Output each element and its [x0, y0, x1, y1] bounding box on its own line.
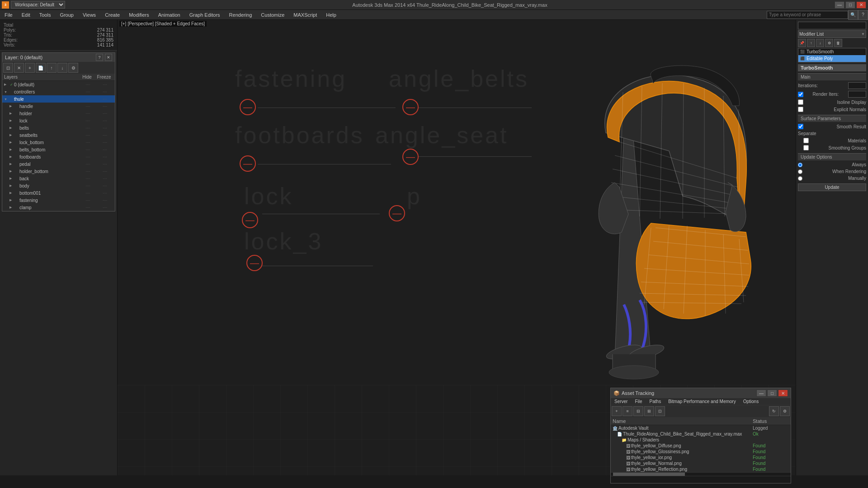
at-list-btn[interactable]: ≡	[623, 406, 632, 416]
render-iters-checkbox[interactable]	[798, 92, 803, 97]
layer-row[interactable]: ▶ footboards ···· ····	[2, 153, 115, 160]
layers-select-btn[interactable]: ⊡	[3, 63, 13, 73]
at-table-row[interactable]: 📁 Maps / Shaders	[611, 437, 791, 443]
always-radio[interactable]	[798, 163, 802, 167]
layers-column-header: Layers Hide Freeze	[2, 74, 115, 81]
at-maximize-button[interactable]: □	[767, 389, 777, 397]
layer-row[interactable]: ▶ lock_bottom ···· ····	[2, 139, 115, 146]
at-table-row[interactable]: 🖼 thyle_yellow_Reflection.png Found	[611, 466, 791, 472]
modifier-list-dropdown[interactable]: Modifier List ▼	[798, 30, 866, 38]
iterations-input[interactable]: 0	[848, 82, 866, 89]
at-menu-server[interactable]: Server	[613, 399, 629, 404]
move-up-icon[interactable]: ↑	[807, 39, 815, 47]
at-table-row[interactable]: 🖼 thyle_yellow_ior.png Found	[611, 455, 791, 460]
object-name-input[interactable]: body	[798, 22, 866, 29]
control-point-5	[389, 205, 405, 221]
layer-row[interactable]: ▶ belts_bottom ···· ····	[2, 146, 115, 153]
layer-row[interactable]: ▶ pedal ···· ····	[2, 160, 115, 168]
at-details-btn[interactable]: ⊟	[633, 406, 643, 416]
viewport-label: [+] [Perspective] [Shaded + Edged Faces]	[119, 21, 207, 27]
layer-vis: ····	[80, 147, 96, 152]
isoline-checkbox[interactable]	[798, 99, 803, 105]
layers-add-btn[interactable]: +	[25, 63, 35, 73]
layers-move-btn[interactable]: ↑	[47, 63, 57, 73]
configure-icon[interactable]: ⚙	[825, 39, 833, 47]
at-add-btn[interactable]: +	[612, 406, 622, 416]
menu-create[interactable]: Create	[100, 11, 124, 19]
layer-row[interactable]: ▶ ✓ 0 (default) ···· ····	[2, 81, 115, 88]
at-scrollbar[interactable]	[611, 472, 791, 476]
layer-row[interactable]: ▶ holder ···· ····	[2, 110, 115, 117]
layer-row[interactable]: ▶ seatbelts ···· ····	[2, 131, 115, 139]
at-small-icons-btn[interactable]: ⊡	[655, 406, 665, 416]
layers-new-btn[interactable]: 📄	[36, 63, 46, 73]
at-table-row[interactable]: 🖼 thyle_yellow_Normal.png Found	[611, 460, 791, 466]
at-settings-btn[interactable]: ⚙	[780, 406, 790, 416]
menu-tools[interactable]: Tools	[35, 11, 56, 19]
search-input[interactable]	[767, 11, 848, 19]
at-menu-file[interactable]: File	[633, 399, 644, 404]
menu-file[interactable]: File	[0, 11, 17, 19]
layers-move-down-btn[interactable]: ↓	[57, 63, 67, 73]
layer-row[interactable]: ▶ fastening ···· ····	[2, 197, 115, 204]
update-button[interactable]: Update	[798, 183, 866, 191]
menu-graph-editors[interactable]: Graph Editors	[185, 11, 225, 19]
at-close-button[interactable]: ✕	[778, 389, 788, 397]
at-item-name: 🏦 Autodesk Vault	[613, 426, 753, 431]
at-table-row[interactable]: 🖼 thyle_yellow_Glossiness.png Found	[611, 449, 791, 455]
menu-rendering[interactable]: Rendering	[225, 11, 257, 19]
at-table-row[interactable]: 📄 Thule_RideAlong_Child_Bike_Seat_Rigged…	[611, 431, 791, 437]
move-down-icon[interactable]: ↓	[816, 39, 824, 47]
trash-icon[interactable]: 🗑	[834, 39, 842, 47]
manually-radio[interactable]	[798, 176, 802, 181]
layer-row[interactable]: ▼ controllers ···· ····	[2, 88, 115, 95]
layers-delete-btn[interactable]: ✕	[14, 63, 24, 73]
layer-row[interactable]: ▶ holder_bottom ···· ····	[2, 168, 115, 175]
smoothing-groups-checkbox[interactable]	[803, 145, 809, 150]
at-table-row[interactable]: 🏦 Autodesk Vault Logged	[611, 425, 791, 431]
workspace-dropdown[interactable]: Workspace: Default	[11, 1, 65, 9]
scene-label-angle-seat: angle_seat	[375, 122, 508, 149]
explicit-normals-checkbox[interactable]	[798, 107, 803, 112]
at-refresh-btn[interactable]: ↻	[769, 406, 779, 416]
maximize-button[interactable]: □	[845, 1, 855, 9]
close-button[interactable]: ✕	[856, 1, 866, 9]
menu-group[interactable]: Group	[55, 11, 78, 19]
at-menu-options[interactable]: Options	[741, 399, 760, 404]
menu-animation[interactable]: Animation	[154, 11, 185, 19]
layer-row[interactable]: ▶ clamp ···· ····	[2, 204, 115, 211]
help-button[interactable]: ?	[858, 10, 868, 20]
modifier-editable-poly[interactable]: ⬛ Editable Poly	[798, 55, 866, 62]
menu-help[interactable]: Help	[321, 11, 341, 19]
menu-views[interactable]: Views	[78, 11, 100, 19]
at-minimize-button[interactable]: —	[756, 389, 766, 397]
layer-row[interactable]: ▶ back ···· ····	[2, 175, 115, 182]
menu-maxscript[interactable]: MAXScript	[289, 11, 321, 19]
smooth-result-checkbox[interactable]	[798, 124, 803, 129]
at-icons-btn[interactable]: ⊞	[644, 406, 654, 416]
layers-help-button[interactable]: ?	[96, 54, 103, 61]
at-menu-paths[interactable]: Paths	[648, 399, 663, 404]
layer-row[interactable]: ▶ body ···· ····	[2, 182, 115, 189]
render-iters-input[interactable]: 1	[848, 91, 866, 98]
at-item-icon: 🖼	[626, 444, 630, 448]
menu-customize[interactable]: Customize	[256, 11, 289, 19]
at-table-row[interactable]: 🖼 thyle_yellow_Diffuse.png Found	[611, 443, 791, 449]
at-toolbar: + ≡ ⊟ ⊞ ⊡ ↻ ⚙	[611, 405, 791, 418]
layers-settings-btn[interactable]: ⚙	[68, 63, 78, 73]
layer-row[interactable]: ▶ bottom001 ···· ····	[2, 189, 115, 197]
materials-checkbox[interactable]	[803, 138, 809, 143]
menu-edit[interactable]: Edit	[17, 11, 35, 19]
menu-modifiers[interactable]: Modifiers	[124, 11, 154, 19]
search-button[interactable]: 🔍	[848, 10, 858, 20]
layer-row[interactable]: ▶ lock ···· ····	[2, 117, 115, 124]
at-menu-bitmap[interactable]: Bitmap Performance and Memory	[666, 399, 738, 404]
modifier-turbosmooth[interactable]: ⬛ TurboSmooth	[798, 48, 866, 55]
layer-row[interactable]: ▼ thule ···· ····	[2, 95, 115, 103]
pin-icon[interactable]: 📌	[798, 39, 806, 47]
layer-row[interactable]: ▶ handle ···· ····	[2, 103, 115, 110]
when-rendering-radio[interactable]	[798, 169, 802, 174]
minimize-button[interactable]: —	[835, 1, 844, 9]
layer-row[interactable]: ▶ belts ···· ····	[2, 124, 115, 131]
layers-close-button[interactable]: ✕	[105, 54, 112, 61]
